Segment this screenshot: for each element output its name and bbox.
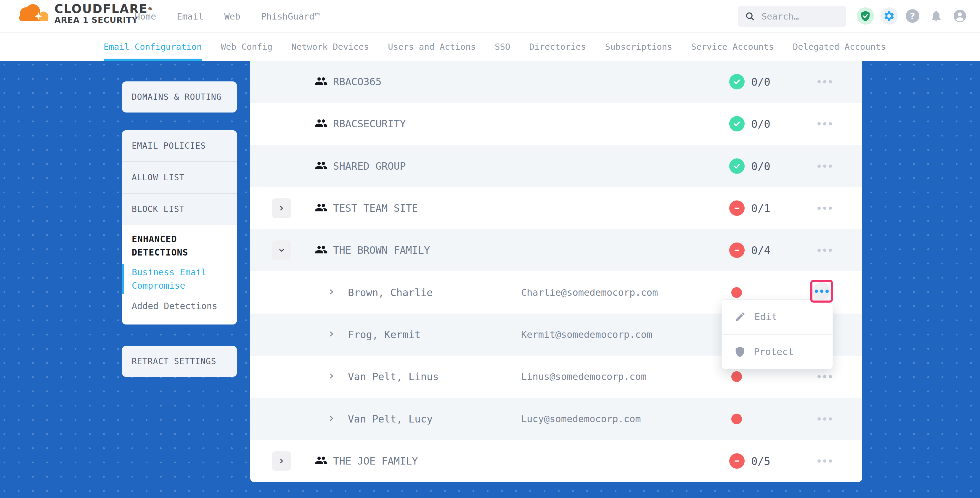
account-button[interactable] xyxy=(953,9,967,23)
group-members-icon xyxy=(315,75,328,89)
row-actions-button[interactable] xyxy=(815,414,835,423)
sidebar-card-retract: RETRACT SETTINGS xyxy=(122,346,237,377)
check-icon xyxy=(732,119,741,128)
group-row: THE JOE FAMILY 0/5 xyxy=(250,440,862,482)
row-actions-button[interactable] xyxy=(815,372,835,381)
group-row: TEST TEAM SITE 0/1 xyxy=(250,187,862,229)
sidebar-item-enhanced-detections[interactable]: ENHANCED DETECTIONS xyxy=(122,225,237,262)
chevron-right-icon xyxy=(278,457,285,465)
sidebar-card-domains: DOMAINS & ROUTING xyxy=(122,81,237,113)
top-nav-email[interactable]: Email xyxy=(177,11,204,22)
check-icon xyxy=(732,77,741,86)
unprotected-dot xyxy=(731,414,742,424)
tab-subscriptions[interactable]: Subscriptions xyxy=(605,33,672,61)
protected-count: 0/1 xyxy=(751,202,770,214)
tab-network-devices[interactable]: Network Devices xyxy=(291,33,369,61)
search-box[interactable] xyxy=(738,6,846,27)
minus-icon xyxy=(732,457,741,465)
row-actions-button[interactable] xyxy=(815,456,835,465)
group-members-icon xyxy=(315,159,328,173)
sidebar-item-allow-list[interactable]: ALLOW LIST xyxy=(122,162,237,193)
protected-count: 0/0 xyxy=(751,76,770,88)
status-badge-ok xyxy=(729,158,745,174)
menu-item-edit[interactable]: Edit xyxy=(722,300,832,334)
notifications-button[interactable] xyxy=(930,10,943,22)
question-icon: ? xyxy=(906,9,919,23)
tab-web-config[interactable]: Web Config xyxy=(221,33,273,61)
tab-delegated-accounts[interactable]: Delegated Accounts xyxy=(793,33,886,61)
member-email: Charlie@somedemocorp.com xyxy=(521,287,658,298)
row-context-menu: Edit Protect xyxy=(722,299,833,369)
shield-icon xyxy=(734,346,746,357)
group-members-icon xyxy=(315,243,328,257)
row-actions-button[interactable] xyxy=(815,119,835,129)
expand-toggle-button[interactable] xyxy=(272,451,291,471)
minus-icon xyxy=(732,246,741,255)
status-badge-alert xyxy=(729,242,745,258)
group-name: RBACSECURITY xyxy=(333,118,406,130)
help-button[interactable]: ? xyxy=(906,9,919,23)
cloudflare-logo: CLOUDFLARE® AREA 1 SECURITY xyxy=(15,2,153,25)
sidebar-item-email-policies[interactable]: EMAIL POLICIES xyxy=(122,130,237,161)
content-area: DOMAINS & ROUTING EMAIL POLICIES ALLOW L… xyxy=(0,61,980,498)
group-row: SHARED_GROUP 0/0 xyxy=(250,145,862,187)
protected-count: 0/0 xyxy=(751,118,770,130)
annotation-highlight-box xyxy=(810,280,833,302)
menu-item-protect[interactable]: Protect xyxy=(722,334,832,369)
member-name: Frog, Kermit xyxy=(348,329,421,340)
gear-icon xyxy=(883,10,895,22)
member-email: Linus@somedemocorp.com xyxy=(521,371,647,382)
collapse-toggle-button[interactable] xyxy=(272,240,291,260)
member-email: Kermit@somedemocorp.com xyxy=(521,329,652,340)
row-actions-button[interactable] xyxy=(815,246,835,255)
row-actions-button[interactable] xyxy=(815,161,835,170)
group-members-icon xyxy=(315,117,328,131)
group-members-icon xyxy=(315,201,328,215)
unprotected-dot xyxy=(731,287,742,298)
chevron-right-icon xyxy=(278,205,285,212)
member-chevron-icon xyxy=(328,288,336,297)
member-chevron-icon xyxy=(328,330,336,339)
row-actions-button[interactable] xyxy=(815,77,835,86)
search-input[interactable] xyxy=(762,11,839,22)
sidebar-item-business-email-compromise[interactable]: Business Email Compromise xyxy=(122,262,237,296)
top-nav-phishguard[interactable]: PhishGuard™ xyxy=(261,11,320,22)
top-header: CLOUDFLARE® AREA 1 SECURITY Home Email W… xyxy=(0,0,980,33)
security-status-button[interactable] xyxy=(857,7,874,25)
minus-icon xyxy=(732,204,741,213)
pencil-icon xyxy=(734,311,746,323)
member-name: Van Pelt, Linus xyxy=(348,371,439,382)
sidebar-card-policies: EMAIL POLICIES ALLOW LIST BLOCK LIST ENH… xyxy=(122,130,237,325)
sidebar-item-block-list[interactable]: BLOCK LIST xyxy=(122,194,237,225)
status-badge-alert xyxy=(729,200,745,216)
protected-count: 0/5 xyxy=(751,455,770,467)
group-name: THE JOE FAMILY xyxy=(333,455,418,467)
search-icon xyxy=(745,11,755,21)
tab-directories[interactable]: Directories xyxy=(529,33,586,61)
sidebar-item-domains-routing[interactable]: DOMAINS & ROUTING xyxy=(122,81,237,113)
member-email: Lucy@somedemocorp.com xyxy=(521,413,641,425)
settings-button[interactable] xyxy=(881,7,898,25)
chevron-down-icon xyxy=(278,247,285,254)
sidebar-item-added-detections[interactable]: Added Detections xyxy=(122,296,237,325)
expand-toggle-button[interactable] xyxy=(272,198,291,218)
group-name: RBACO365 xyxy=(333,76,382,88)
tab-email-configuration[interactable]: Email Configuration xyxy=(103,33,202,61)
member-name: Van Pelt, Lucy xyxy=(348,413,433,425)
member-row: Van Pelt, Lucy Lucy@somedemocorp.com xyxy=(250,398,862,440)
group-row: THE BROWN FAMILY 0/4 xyxy=(250,229,862,271)
protected-count: 0/0 xyxy=(751,160,770,172)
row-actions-button-active[interactable] xyxy=(813,282,831,301)
member-name: Brown, Charlie xyxy=(348,286,433,298)
bell-icon xyxy=(930,10,943,22)
row-actions-button[interactable] xyxy=(815,204,835,213)
top-nav-web[interactable]: Web xyxy=(224,11,240,22)
tab-service-accounts[interactable]: Service Accounts xyxy=(691,33,774,61)
status-badge-ok xyxy=(729,74,745,89)
protected-count: 0/4 xyxy=(751,244,770,256)
cloudflare-cloud-icon xyxy=(15,3,51,22)
tab-users-and-actions[interactable]: Users and Actions xyxy=(388,33,476,61)
top-nav-home[interactable]: Home xyxy=(135,11,156,22)
sidebar-item-retract-settings[interactable]: RETRACT SETTINGS xyxy=(122,346,237,377)
tab-sso[interactable]: SSO xyxy=(495,33,510,61)
